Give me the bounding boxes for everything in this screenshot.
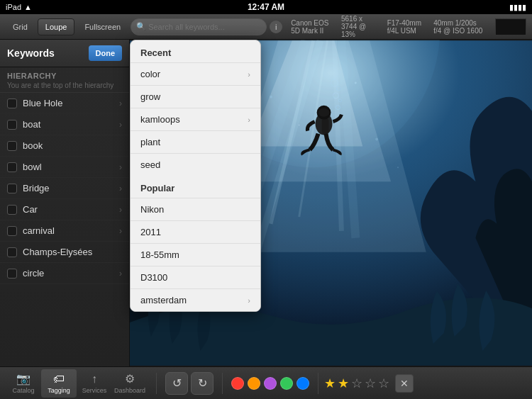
keyword-search-input[interactable] xyxy=(131,18,267,35)
dashboard-tab[interactable]: ⚙ Dashboard xyxy=(112,369,148,398)
hierarchy-section: Hierarchy You are at the top of the hier… xyxy=(0,67,129,93)
svg-point-29 xyxy=(397,167,399,168)
keyword-checkbox-book[interactable] xyxy=(7,141,17,151)
search-container: 🔍 xyxy=(131,18,267,35)
bottom-toolbar: 📷 Catalog 🏷 Tagging ↑ Services ⚙ Dashboa… xyxy=(0,366,532,399)
dropdown-item-plant[interactable]: plant xyxy=(131,130,260,153)
catalog-tab[interactable]: 📷 Catalog xyxy=(6,369,41,398)
dropdown-item-amsterdam[interactable]: amsterdam › xyxy=(131,288,260,311)
star-1-button[interactable]: ★ xyxy=(324,376,336,391)
chevron-right-icon: › xyxy=(119,269,122,279)
done-button[interactable]: Done xyxy=(89,45,123,61)
rotate-left-button[interactable]: ↺ xyxy=(165,372,188,395)
chevron-right-icon: › xyxy=(119,120,122,130)
keyword-checkbox-bowl[interactable] xyxy=(7,162,17,172)
svg-point-24 xyxy=(270,96,272,99)
services-label: Services xyxy=(82,387,107,394)
loupe-view-button[interactable]: Loupe xyxy=(38,18,75,35)
chevron-right-icon: › xyxy=(119,162,122,172)
keyword-checkbox-carnival[interactable] xyxy=(7,226,17,236)
dropdown-item-text-amsterdam: amsterdam xyxy=(140,295,187,305)
star-5-button[interactable]: ☆ xyxy=(378,376,389,391)
star-2-button[interactable]: ★ xyxy=(338,376,349,391)
keyword-checkbox-bridge[interactable] xyxy=(7,184,17,193)
keyword-item-boat[interactable]: boat › xyxy=(0,114,129,135)
divider-2 xyxy=(222,373,223,394)
color-label-buttons xyxy=(231,377,309,390)
star-4-button[interactable]: ☆ xyxy=(365,376,376,391)
time-display: 12:47 AM xyxy=(248,2,284,12)
rotate-right-button[interactable]: ↻ xyxy=(191,372,214,395)
dropdown-item-nikon[interactable]: Nikon xyxy=(131,198,260,220)
tagging-tab[interactable]: 🏷 Tagging xyxy=(41,369,77,398)
keyword-checkbox-blue-hole[interactable] xyxy=(7,99,17,108)
sidebar-title: Keywords xyxy=(7,47,55,59)
chevron-right-icon: › xyxy=(248,116,250,124)
color-label-purple[interactable] xyxy=(264,377,277,390)
keyword-item-champs-elysees[interactable]: Champs-Elysées › xyxy=(0,242,129,263)
keyword-text-bridge: Bridge xyxy=(23,183,119,193)
dropdown-item-text-color: color xyxy=(140,69,160,79)
dashboard-icon: ⚙ xyxy=(125,372,135,386)
keyword-item-circle[interactable]: circle › xyxy=(0,263,129,284)
rotate-buttons: ↺ ↻ xyxy=(165,372,214,395)
popular-section-title: Popular xyxy=(131,176,260,198)
star-3-button[interactable]: ☆ xyxy=(351,376,362,391)
dropdown-item-2011[interactable]: 2011 xyxy=(131,220,260,243)
wifi-icon: ▲ xyxy=(24,3,32,11)
keyword-text-car: Car xyxy=(23,204,119,215)
keyword-text-champs-elysees: Champs-Elysées xyxy=(23,247,119,257)
lens-info: F17-40mm f/4L USM xyxy=(387,19,423,35)
resolution-info: 5616 x 3744 @ 13% xyxy=(341,15,376,38)
color-label-blue[interactable] xyxy=(297,377,309,390)
keyword-item-carnival[interactable]: carnival › xyxy=(0,220,129,242)
services-icon: ↑ xyxy=(92,373,97,386)
dropdown-item-text-nikon: Nikon xyxy=(140,204,164,215)
keyword-text-book: book xyxy=(23,140,119,151)
tagging-icon: 🏷 xyxy=(53,373,65,386)
top-toolbar: Grid Loupe Fullscreen 🔍 i Canon EOS 5D M… xyxy=(0,14,532,40)
dropdown-item-text-d3100: D3100 xyxy=(140,272,167,283)
keyword-item-car[interactable]: Car › xyxy=(0,199,129,220)
keyword-item-blue-hole[interactable]: Blue Hole › xyxy=(0,93,129,114)
info-button[interactable]: i xyxy=(270,21,282,33)
fullscreen-view-button[interactable]: Fullscreen xyxy=(77,18,128,35)
dropdown-item-18-55mm[interactable]: 18-55mm xyxy=(131,243,260,266)
services-tab[interactable]: ↑ Services xyxy=(77,369,112,398)
color-label-green[interactable] xyxy=(280,377,293,390)
dropdown-item-color[interactable]: color › xyxy=(131,62,260,85)
keyword-text-circle: circle xyxy=(23,268,119,279)
star-rating: ★ ★ ☆ ☆ ☆ xyxy=(324,376,389,391)
grid-view-button[interactable]: Grid xyxy=(6,18,35,35)
dropdown-item-kamloops[interactable]: kamloops › xyxy=(131,108,260,130)
keyword-checkbox-champs-elysees[interactable] xyxy=(7,247,17,257)
dropdown-item-grow[interactable]: grow xyxy=(131,85,260,108)
meta-info: Canon EOS 5D Mark II 5616 x 3744 @ 13% F… xyxy=(291,15,526,38)
hierarchy-hint: You are at the top of the hierarchy xyxy=(7,82,122,89)
dropdown-item-seed[interactable]: seed xyxy=(131,153,260,176)
keyword-checkbox-circle[interactable] xyxy=(7,269,17,279)
recent-section-title: Recent xyxy=(131,40,260,62)
hierarchy-label: Hierarchy xyxy=(7,72,122,80)
camera-model: Canon EOS 5D Mark II xyxy=(291,19,330,35)
keyword-text-blue-hole: Blue Hole xyxy=(23,98,119,108)
color-label-red[interactable] xyxy=(231,377,244,390)
keyword-text-boat: boat xyxy=(23,119,119,130)
tagging-label: Tagging xyxy=(48,387,70,394)
keyword-checkbox-car[interactable] xyxy=(7,205,17,215)
keyword-item-book[interactable]: book › xyxy=(0,135,129,157)
keyword-item-bowl[interactable]: bowl › xyxy=(0,157,129,178)
reject-button[interactable]: ✕ xyxy=(395,374,414,393)
keywords-sidebar: Keywords Done Hierarchy You are at the t… xyxy=(0,40,130,366)
chevron-right-icon: › xyxy=(119,99,122,108)
keyword-item-bridge[interactable]: Bridge › xyxy=(0,178,129,199)
battery-icon: ▮▮▮▮ xyxy=(509,3,526,12)
keyword-checkbox-boat[interactable] xyxy=(7,120,17,130)
dropdown-item-text-18-55mm: 18-55mm xyxy=(140,249,179,260)
dropdown-item-d3100[interactable]: D3100 xyxy=(131,266,260,288)
keyword-text-bowl: bowl xyxy=(23,162,119,172)
chevron-right-icon: › xyxy=(119,205,122,215)
color-label-orange[interactable] xyxy=(248,377,260,390)
svg-point-27 xyxy=(375,137,378,140)
bottom-tabs: 📷 Catalog 🏷 Tagging ↑ Services ⚙ Dashboa… xyxy=(6,369,148,398)
